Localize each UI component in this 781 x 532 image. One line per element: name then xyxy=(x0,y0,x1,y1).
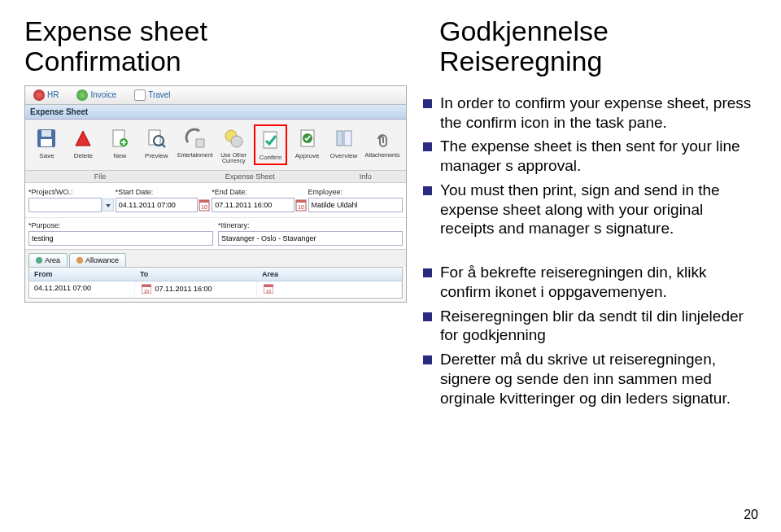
save-icon xyxy=(34,126,59,150)
confirm-button[interactable]: Confirm xyxy=(254,124,287,165)
globe-icon xyxy=(36,257,42,264)
calendar-icon[interactable]: 10 xyxy=(142,284,153,295)
grid-row[interactable]: 04.11.2011 07:00 10 07.11.2011 16:00 10 xyxy=(29,281,402,298)
project-dropdown-icon[interactable] xyxy=(103,198,114,211)
confirm-icon xyxy=(258,128,282,152)
preview-icon xyxy=(144,126,168,150)
invoice-icon xyxy=(76,89,88,101)
svg-rect-8 xyxy=(196,139,204,147)
delete-label: Delete xyxy=(74,152,93,159)
svg-text:10: 10 xyxy=(201,204,207,210)
svg-text:10: 10 xyxy=(266,289,272,294)
hr-icon xyxy=(33,89,45,101)
bullet-icon xyxy=(423,355,432,364)
new-button[interactable]: New xyxy=(103,124,137,165)
bullet-icon xyxy=(423,186,432,195)
bullet-item: You must then print, sign and send in th… xyxy=(423,181,757,238)
subtab-allowance[interactable]: Allowance xyxy=(69,253,126,267)
bullet-text: Deretter må du skrive ut reiseregningen,… xyxy=(440,350,757,408)
title-left: Expense sheet Confirmation xyxy=(24,16,366,77)
tab-invoice-label: Invoice xyxy=(90,90,116,99)
page-number: 20 xyxy=(744,508,758,522)
travel-icon xyxy=(134,89,146,101)
subtab-area[interactable]: Area xyxy=(28,253,68,267)
attachments-button[interactable]: Attachements xyxy=(364,124,401,165)
tab-invoice[interactable]: Invoice xyxy=(72,88,121,102)
tab-travel[interactable]: Travel xyxy=(129,88,175,102)
svg-rect-18 xyxy=(199,200,209,203)
new-icon xyxy=(107,126,132,150)
grid-header: From To Area xyxy=(29,268,402,281)
form-row-1: *Project/WO.: *Start Date: 10 xyxy=(25,183,406,217)
form-row-2: *Purpose: *Itinerary: xyxy=(25,217,406,249)
toolbar: Save Delete New Preview xyxy=(25,120,406,170)
title-row: Expense sheet Confirmation Godkjennelse … xyxy=(24,16,757,77)
grid-to-hdr: To xyxy=(135,268,257,281)
title-right-line1: Godkjennelse xyxy=(439,15,609,46)
bullet-item: In order to confirm your expense sheet, … xyxy=(423,94,757,133)
bullet-item: Reiseregningen blir da sendt til din lin… xyxy=(423,307,757,346)
title-right: Godkjennelse Reiseregning xyxy=(439,16,609,77)
grid-from-cell: 04.11.2011 07:00 xyxy=(29,281,135,298)
svg-rect-15 xyxy=(344,131,351,146)
project-input[interactable] xyxy=(28,198,102,212)
entertainment-icon xyxy=(183,126,207,150)
use-other-currency-button[interactable]: Use Other Currency xyxy=(217,124,251,165)
new-label: New xyxy=(113,152,126,159)
title-right-line2: Reiseregning xyxy=(439,46,602,76)
toolbar-groups: File Expense Sheet Info xyxy=(25,170,406,183)
svg-rect-1 xyxy=(41,139,52,146)
svg-rect-2 xyxy=(41,130,51,137)
svg-line-7 xyxy=(162,144,165,147)
entertainment-button[interactable]: Entertainment xyxy=(177,124,214,165)
bullet-text: You must then print, sign and send in th… xyxy=(440,181,757,238)
allowance-icon xyxy=(76,257,83,264)
preview-label: Preview xyxy=(145,152,168,159)
itinerary-input[interactable] xyxy=(218,231,403,246)
start-date-label: *Start Date: xyxy=(116,188,210,196)
bullet-item: For å bekrefte reiseregningen din, klikk… xyxy=(423,263,757,302)
save-label: Save xyxy=(39,152,54,159)
svg-rect-27 xyxy=(264,285,273,287)
overview-button[interactable]: Overview xyxy=(327,124,360,165)
grid-to-cell: 10 07.11.2011 16:00 xyxy=(135,281,257,298)
project-label: *Project/WO.: xyxy=(28,188,114,196)
approve-button[interactable]: Approve xyxy=(290,124,324,165)
grid-from-hdr: From xyxy=(29,268,135,281)
bullet-icon xyxy=(423,142,432,151)
svg-rect-14 xyxy=(337,131,343,146)
svg-point-10 xyxy=(231,136,242,147)
bullet-icon xyxy=(423,312,432,321)
calendar-icon[interactable]: 10 xyxy=(199,198,210,211)
preview-button[interactable]: Preview xyxy=(140,124,173,165)
bullet-icon xyxy=(423,99,432,108)
attachments-icon xyxy=(370,126,395,150)
bullet-text: Reiseregningen blir da sendt til din lin… xyxy=(440,307,757,346)
overview-label: Overview xyxy=(330,152,357,159)
start-date-input[interactable] xyxy=(116,198,198,212)
subtab-area-label: Area xyxy=(45,256,60,264)
currency-label: Use Other Currency xyxy=(219,152,249,164)
entertainment-label: Entertainment xyxy=(177,152,213,158)
tab-hr[interactable]: HR xyxy=(28,88,63,102)
delete-button[interactable]: Delete xyxy=(67,124,100,165)
overview-icon xyxy=(332,126,356,150)
calendar-icon[interactable]: 10 xyxy=(295,198,307,211)
bullet-list-en: In order to confirm your expense sheet, … xyxy=(423,94,757,238)
group-expense: Expense Sheet xyxy=(175,172,325,181)
purpose-label: *Purpose: xyxy=(28,221,213,229)
end-date-input[interactable] xyxy=(212,198,294,212)
bullet-text: The expense sheet is then sent for your … xyxy=(440,137,757,176)
confirm-label: Confirm xyxy=(259,154,281,161)
bullet-icon xyxy=(423,268,432,277)
title-left-line1: Expense sheet xyxy=(24,15,207,46)
group-info: Info xyxy=(325,172,406,181)
employee-label: Employee: xyxy=(308,188,403,196)
grid-area-cell: 10 xyxy=(257,281,402,298)
title-left-line2: Confirmation xyxy=(24,46,181,76)
save-button[interactable]: Save xyxy=(30,124,63,165)
purpose-input[interactable] xyxy=(28,231,213,246)
employee-input[interactable] xyxy=(308,198,403,212)
calendar-icon[interactable]: 10 xyxy=(264,284,275,295)
itinerary-label: *Itinerary: xyxy=(218,221,403,229)
